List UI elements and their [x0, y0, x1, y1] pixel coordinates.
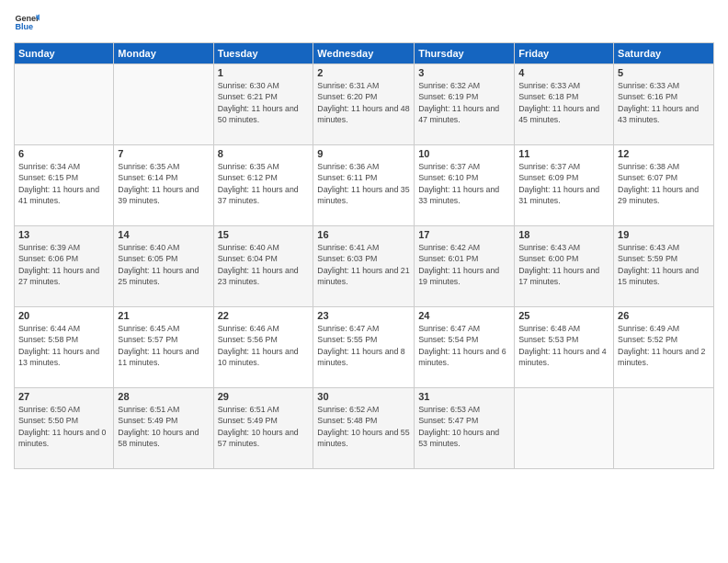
day-number: 14 [118, 229, 209, 240]
day-number: 6 [18, 148, 109, 159]
day-info: Sunrise: 6:39 AMSunset: 6:06 PMDaylight:… [18, 242, 109, 287]
day-info: Sunrise: 6:47 AMSunset: 5:55 PMDaylight:… [317, 323, 410, 368]
calendar-day-cell: 11Sunrise: 6:37 AMSunset: 6:09 PMDayligh… [515, 145, 614, 226]
day-info: Sunrise: 6:46 AMSunset: 5:56 PMDaylight:… [218, 323, 310, 368]
day-number: 30 [317, 391, 410, 402]
day-number: 31 [418, 391, 510, 402]
calendar-day-cell: 16Sunrise: 6:41 AMSunset: 6:03 PMDayligh… [313, 226, 415, 307]
day-info: Sunrise: 6:37 AMSunset: 6:10 PMDaylight:… [418, 161, 510, 206]
day-info: Sunrise: 6:47 AMSunset: 5:54 PMDaylight:… [418, 323, 510, 368]
day-info: Sunrise: 6:40 AMSunset: 6:04 PMDaylight:… [218, 242, 310, 287]
day-of-week-header: Sunday [15, 43, 114, 64]
day-of-week-header: Saturday [614, 43, 714, 64]
day-info: Sunrise: 6:35 AMSunset: 6:14 PMDaylight:… [118, 161, 209, 206]
day-info: Sunrise: 6:43 AMSunset: 6:00 PMDaylight:… [518, 242, 609, 287]
calendar-day-cell: 30Sunrise: 6:52 AMSunset: 5:48 PMDayligh… [313, 388, 415, 469]
calendar-day-cell: 12Sunrise: 6:38 AMSunset: 6:07 PMDayligh… [614, 145, 714, 226]
calendar-day-cell: 15Sunrise: 6:40 AMSunset: 6:04 PMDayligh… [213, 226, 313, 307]
day-info: Sunrise: 6:48 AMSunset: 5:53 PMDaylight:… [518, 323, 609, 368]
calendar-week-row: 6Sunrise: 6:34 AMSunset: 6:15 PMDaylight… [15, 145, 714, 226]
day-number: 4 [518, 67, 609, 78]
day-info: Sunrise: 6:35 AMSunset: 6:12 PMDaylight:… [218, 161, 310, 206]
day-number: 17 [418, 229, 510, 240]
calendar-day-cell: 29Sunrise: 6:51 AMSunset: 5:49 PMDayligh… [213, 388, 313, 469]
day-number: 16 [317, 229, 410, 240]
calendar-day-cell: 5Sunrise: 6:33 AMSunset: 6:16 PMDaylight… [614, 64, 714, 145]
calendar-day-cell: 23Sunrise: 6:47 AMSunset: 5:55 PMDayligh… [313, 307, 415, 388]
calendar-week-row: 20Sunrise: 6:44 AMSunset: 5:58 PMDayligh… [15, 307, 714, 388]
calendar-day-cell [614, 388, 714, 469]
day-number: 19 [618, 229, 710, 240]
day-number: 20 [18, 310, 109, 321]
day-info: Sunrise: 6:52 AMSunset: 5:48 PMDaylight:… [317, 404, 410, 449]
day-number: 24 [418, 310, 510, 321]
page-header: General Blue [14, 9, 714, 35]
calendar-day-cell: 8Sunrise: 6:35 AMSunset: 6:12 PMDaylight… [213, 145, 313, 226]
calendar-day-cell [114, 64, 213, 145]
day-number: 13 [18, 229, 109, 240]
calendar-day-cell: 20Sunrise: 6:44 AMSunset: 5:58 PMDayligh… [15, 307, 114, 388]
calendar-day-cell [15, 64, 114, 145]
day-number: 18 [518, 229, 609, 240]
day-number: 7 [118, 148, 209, 159]
day-of-week-header: Monday [114, 43, 213, 64]
day-number: 23 [317, 310, 410, 321]
day-number: 25 [518, 310, 609, 321]
calendar-header-row: SundayMondayTuesdayWednesdayThursdayFrid… [15, 43, 714, 64]
calendar-day-cell: 21Sunrise: 6:45 AMSunset: 5:57 PMDayligh… [114, 307, 213, 388]
calendar-table: SundayMondayTuesdayWednesdayThursdayFrid… [14, 42, 714, 469]
day-info: Sunrise: 6:37 AMSunset: 6:09 PMDaylight:… [518, 161, 609, 206]
day-number: 2 [317, 67, 410, 78]
day-info: Sunrise: 6:51 AMSunset: 5:49 PMDaylight:… [118, 404, 209, 449]
day-number: 15 [218, 229, 310, 240]
calendar-day-cell: 14Sunrise: 6:40 AMSunset: 6:05 PMDayligh… [114, 226, 213, 307]
day-info: Sunrise: 6:43 AMSunset: 5:59 PMDaylight:… [618, 242, 710, 287]
day-number: 11 [518, 148, 609, 159]
day-of-week-header: Friday [515, 43, 614, 64]
svg-text:General: General [15, 14, 40, 23]
day-number: 28 [118, 391, 209, 402]
day-number: 22 [218, 310, 310, 321]
calendar-week-row: 13Sunrise: 6:39 AMSunset: 6:06 PMDayligh… [15, 226, 714, 307]
calendar-day-cell: 28Sunrise: 6:51 AMSunset: 5:49 PMDayligh… [114, 388, 213, 469]
calendar-day-cell: 17Sunrise: 6:42 AMSunset: 6:01 PMDayligh… [415, 226, 515, 307]
logo-icon: General Blue [14, 9, 40, 35]
calendar-day-cell: 25Sunrise: 6:48 AMSunset: 5:53 PMDayligh… [515, 307, 614, 388]
day-info: Sunrise: 6:30 AMSunset: 6:21 PMDaylight:… [218, 80, 310, 125]
calendar-day-cell: 24Sunrise: 6:47 AMSunset: 5:54 PMDayligh… [415, 307, 515, 388]
day-info: Sunrise: 6:34 AMSunset: 6:15 PMDaylight:… [18, 161, 109, 206]
day-number: 21 [118, 310, 209, 321]
day-info: Sunrise: 6:40 AMSunset: 6:05 PMDaylight:… [118, 242, 209, 287]
calendar-day-cell: 9Sunrise: 6:36 AMSunset: 6:11 PMDaylight… [313, 145, 415, 226]
day-info: Sunrise: 6:33 AMSunset: 6:18 PMDaylight:… [518, 80, 609, 125]
calendar-day-cell: 7Sunrise: 6:35 AMSunset: 6:14 PMDaylight… [114, 145, 213, 226]
day-number: 26 [618, 310, 710, 321]
calendar-day-cell: 19Sunrise: 6:43 AMSunset: 5:59 PMDayligh… [614, 226, 714, 307]
day-number: 29 [218, 391, 310, 402]
day-number: 9 [317, 148, 410, 159]
day-number: 27 [18, 391, 109, 402]
day-of-week-header: Wednesday [313, 43, 415, 64]
day-info: Sunrise: 6:51 AMSunset: 5:49 PMDaylight:… [218, 404, 310, 449]
day-info: Sunrise: 6:53 AMSunset: 5:47 PMDaylight:… [418, 404, 510, 449]
calendar-week-row: 1Sunrise: 6:30 AMSunset: 6:21 PMDaylight… [15, 64, 714, 145]
day-info: Sunrise: 6:42 AMSunset: 6:01 PMDaylight:… [418, 242, 510, 287]
calendar-day-cell: 13Sunrise: 6:39 AMSunset: 6:06 PMDayligh… [15, 226, 114, 307]
day-of-week-header: Tuesday [213, 43, 313, 64]
day-info: Sunrise: 6:33 AMSunset: 6:16 PMDaylight:… [618, 80, 710, 125]
day-info: Sunrise: 6:41 AMSunset: 6:03 PMDaylight:… [317, 242, 410, 287]
svg-text:Blue: Blue [15, 22, 33, 31]
day-number: 12 [618, 148, 710, 159]
day-info: Sunrise: 6:50 AMSunset: 5:50 PMDaylight:… [18, 404, 109, 449]
day-number: 1 [218, 67, 310, 78]
day-number: 10 [418, 148, 510, 159]
day-info: Sunrise: 6:32 AMSunset: 6:19 PMDaylight:… [418, 80, 510, 125]
calendar-day-cell: 10Sunrise: 6:37 AMSunset: 6:10 PMDayligh… [415, 145, 515, 226]
calendar-day-cell: 1Sunrise: 6:30 AMSunset: 6:21 PMDaylight… [213, 64, 313, 145]
calendar-week-row: 27Sunrise: 6:50 AMSunset: 5:50 PMDayligh… [15, 388, 714, 469]
calendar-day-cell: 27Sunrise: 6:50 AMSunset: 5:50 PMDayligh… [15, 388, 114, 469]
day-number: 5 [618, 67, 710, 78]
day-info: Sunrise: 6:45 AMSunset: 5:57 PMDaylight:… [118, 323, 209, 368]
day-info: Sunrise: 6:31 AMSunset: 6:20 PMDaylight:… [317, 80, 410, 125]
calendar-day-cell [515, 388, 614, 469]
